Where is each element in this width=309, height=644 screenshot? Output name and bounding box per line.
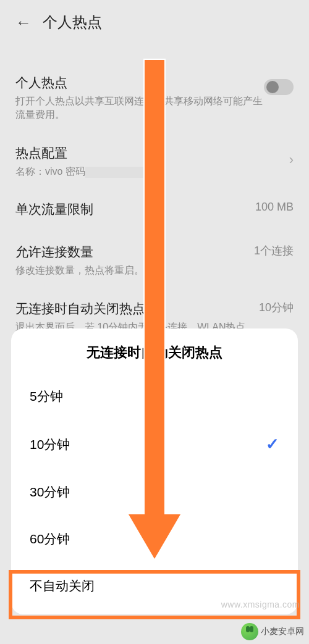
toggle-knob: [266, 81, 279, 93]
watermark-logo-icon: [241, 623, 258, 640]
data-limit-title: 单次流量限制: [15, 201, 249, 218]
check-icon: ✓: [266, 435, 279, 454]
page-title: 个人热点: [43, 12, 102, 32]
option-label: 5分钟: [30, 388, 63, 405]
header: ← 个人热点: [0, 0, 309, 44]
connections-title: 允许连接数量: [15, 243, 248, 261]
watermark-text: 小麦安卓网: [261, 626, 304, 637]
back-icon[interactable]: ←: [15, 13, 32, 32]
annotation-arrow: [133, 59, 176, 565]
connections-value: 1个连接: [254, 243, 294, 258]
auto-off-value: 10分钟: [259, 300, 294, 315]
chevron-right-icon: ›: [289, 152, 294, 168]
option-label: 不自动关闭: [30, 577, 95, 595]
connections-desc: 修改连接数量，热点将重启。: [15, 264, 248, 277]
option-label: 10分钟: [30, 436, 70, 453]
data-limit-value: 100 MB: [255, 201, 294, 214]
hotspot-toggle[interactable]: [264, 79, 294, 95]
option-label: 60分钟: [30, 530, 70, 548]
watermark-url: www.xmsigma.com: [221, 600, 300, 609]
option-label: 30分钟: [30, 483, 70, 501]
watermark: 小麦安卓网: [241, 623, 304, 640]
